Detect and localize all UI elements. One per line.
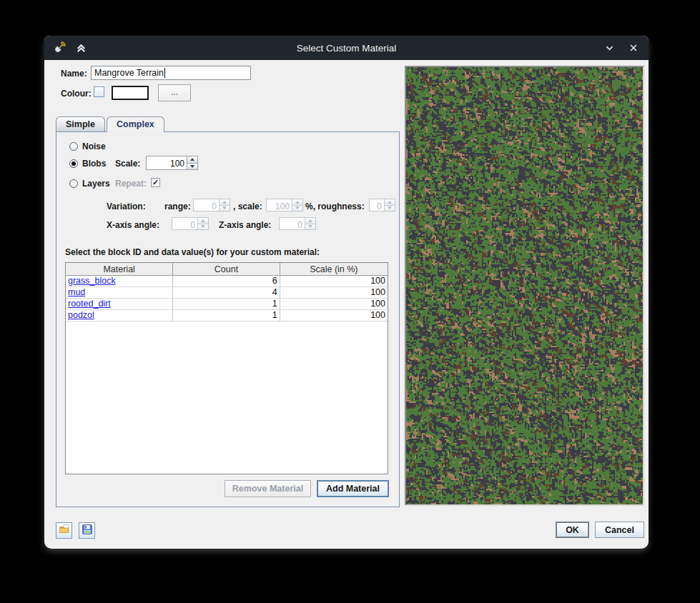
variation-scale-spinner-field: 100 <box>266 199 292 211</box>
chevron-down-icon[interactable] <box>601 40 617 56</box>
double-chevron-up-icon[interactable] <box>73 40 89 56</box>
save-file-icon <box>81 523 94 539</box>
table-row[interactable]: mud 4 100 <box>66 287 388 299</box>
x-axis-angle-spinner: 0 <box>172 217 209 230</box>
scale-spinner-up[interactable] <box>187 156 198 163</box>
count-cell[interactable]: 6 <box>173 276 280 287</box>
titlebar[interactable]: Select Custom Material <box>44 36 649 60</box>
count-cell[interactable]: 1 <box>173 310 280 322</box>
material-preview-canvas <box>406 67 643 504</box>
table-header-row: Material Count Scale (in %) <box>66 263 388 276</box>
x-axis-angle-up <box>198 217 209 224</box>
scale-cell[interactable]: 100 <box>280 287 388 299</box>
ok-button[interactable]: OK <box>556 522 589 538</box>
x-axis-angle-field: 0 <box>172 217 198 230</box>
tab-simple[interactable]: Simple <box>56 116 105 131</box>
range-spinner-up <box>220 199 230 205</box>
colour-checkbox[interactable] <box>94 86 104 97</box>
noise-radio[interactable] <box>69 142 78 151</box>
material-link[interactable]: grass_block <box>68 276 116 286</box>
add-material-button[interactable]: Add Material <box>317 480 389 497</box>
name-label: Name: <box>61 69 87 79</box>
roughness-spinner-field: 0 <box>369 199 385 211</box>
count-cell[interactable]: 1 <box>173 299 280 310</box>
tab-complex[interactable]: Complex <box>107 116 164 132</box>
z-axis-angle-field: 0 <box>279 217 305 230</box>
table-row[interactable]: podzol 1 100 <box>66 310 388 322</box>
load-material-button[interactable] <box>56 522 72 539</box>
roughness-label: %, roughness: <box>305 201 365 211</box>
remove-material-button: Remove Material <box>225 480 311 497</box>
colour-label: Colour: <box>61 89 92 99</box>
z-axis-angle-spinner: 0 <box>279 217 316 230</box>
material-preview <box>405 66 644 506</box>
noise-radio-label: Noise <box>82 141 106 151</box>
materials-table[interactable]: Material Count Scale (in %) grass_block … <box>65 262 388 474</box>
z-axis-angle-label: Z-axis angle: <box>219 220 271 230</box>
repeat-checkbox: ✓ <box>151 178 160 187</box>
blobs-radio[interactable] <box>69 159 78 168</box>
scale-spinner-down[interactable] <box>187 163 198 171</box>
material-link[interactable]: podzol <box>68 310 94 320</box>
roughness-spinner: 0 <box>369 199 395 211</box>
colour-swatch <box>112 86 149 100</box>
variation-scale-spinner-down <box>292 205 303 212</box>
header-count[interactable]: Count <box>173 263 280 276</box>
cancel-button[interactable]: Cancel <box>595 522 644 538</box>
x-axis-angle-down <box>198 224 209 231</box>
material-link[interactable]: mud <box>68 287 85 297</box>
table-caption: Select the block ID and data value(s) fo… <box>65 247 320 257</box>
variation-scale-spinner: 100 <box>266 199 303 211</box>
roughness-spinner-up <box>385 199 395 205</box>
tab-strip: Simple Complex <box>56 116 164 132</box>
layers-radio[interactable] <box>69 179 78 188</box>
complex-tab-panel: Noise Blobs Scale: 100 Layers Repeat: ✓ … <box>56 131 400 507</box>
range-label: range: <box>164 201 191 211</box>
z-axis-angle-down <box>305 224 316 231</box>
blobs-radio-label: Blobs <box>82 159 106 169</box>
name-input-value: Mangrove Terrain <box>94 68 164 78</box>
desktop: { "titlebar": { "title": "Select Custom … <box>0 0 700 603</box>
material-link[interactable]: rooted_dirt <box>68 299 111 309</box>
save-material-button[interactable] <box>79 522 95 539</box>
table-row[interactable]: rooted_dirt 1 100 <box>66 299 388 310</box>
layers-radio-label: Layers <box>82 179 110 189</box>
roughness-spinner-down <box>385 205 395 212</box>
scale-cell[interactable]: 100 <box>280 276 388 287</box>
text-caret <box>164 68 165 78</box>
header-scale[interactable]: Scale (in %) <box>280 263 388 276</box>
scale-cell[interactable]: 100 <box>280 310 388 322</box>
x-axis-angle-label: X-axis angle: <box>107 220 159 230</box>
open-file-icon <box>58 523 71 539</box>
z-axis-angle-up <box>305 217 316 224</box>
scale-label: Scale: <box>115 159 140 169</box>
count-cell[interactable]: 4 <box>173 287 280 299</box>
scale-cell[interactable]: 100 <box>280 299 388 310</box>
range-spinner-field: 0 <box>193 199 220 211</box>
range-spinner-down <box>220 205 230 212</box>
name-input[interactable]: Mangrove Terrain <box>91 66 251 80</box>
scale-spinner: 100 <box>146 156 198 170</box>
variation-scale-label: , scale: <box>233 201 262 211</box>
dialog-title: Select Custom Material <box>44 43 649 54</box>
scale-spinner-field[interactable]: 100 <box>146 156 187 170</box>
shovel-icon <box>51 40 67 56</box>
table-row[interactable]: grass_block 6 100 <box>66 276 388 287</box>
variation-scale-spinner-up <box>292 199 303 205</box>
range-spinner: 0 <box>193 199 230 211</box>
header-material[interactable]: Material <box>66 263 173 276</box>
select-custom-material-dialog: Select Custom Material <box>44 36 649 549</box>
close-icon[interactable] <box>626 40 641 56</box>
colour-browse-button: ... <box>158 84 191 101</box>
repeat-label: Repeat: <box>115 179 147 189</box>
variation-label: Variation: <box>107 201 146 211</box>
